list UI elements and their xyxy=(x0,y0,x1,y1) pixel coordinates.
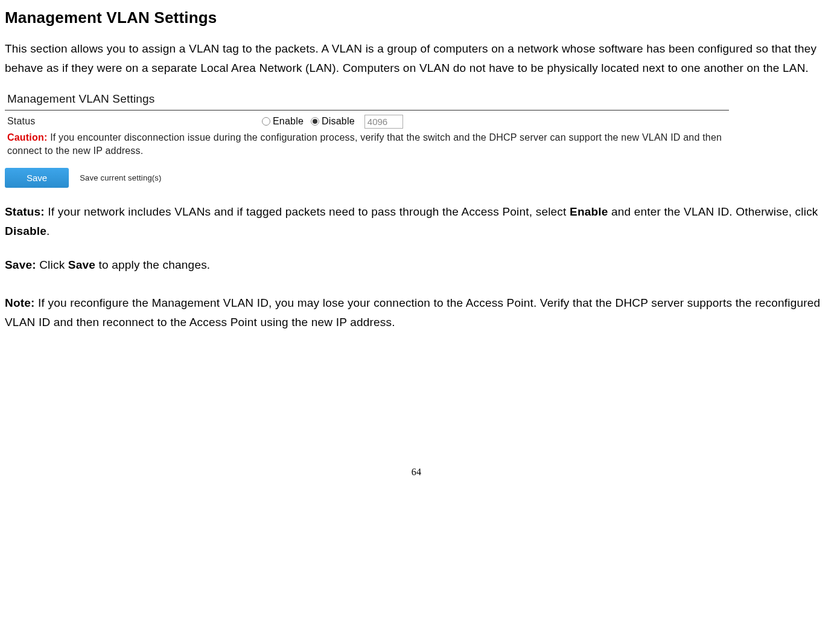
disable-radio-label: Disable xyxy=(322,114,355,129)
save-description: Save: Click Save to apply the changes. xyxy=(5,255,828,275)
disable-radio[interactable] xyxy=(311,117,319,126)
save-desc-label: Save: xyxy=(5,258,36,271)
save-button[interactable]: Save xyxy=(5,168,69,188)
status-desc-label: Status: xyxy=(5,205,45,218)
caution-body: If you encounter disconnection issue dur… xyxy=(7,132,722,156)
vlan-id-input[interactable] xyxy=(364,115,403,129)
note-text: If you reconfigure the Management VLAN I… xyxy=(5,296,820,328)
save-desc-word: Save xyxy=(68,258,95,271)
enable-radio[interactable] xyxy=(262,117,270,126)
save-desc-text-2: to apply the changes. xyxy=(95,258,210,271)
panel-title: Management VLAN Settings xyxy=(5,91,729,108)
caution-label: Caution: xyxy=(7,132,47,142)
panel-divider xyxy=(5,110,729,110)
page-number: 64 xyxy=(5,465,828,479)
save-note: Save current setting(s) xyxy=(80,172,161,184)
page-title: Management VLAN Settings xyxy=(5,6,828,30)
status-desc-disable: Disable xyxy=(5,225,46,237)
intro-paragraph: This section allows you to assign a VLAN… xyxy=(5,39,828,78)
note-description: Note: If you reconfigure the Management … xyxy=(5,293,828,333)
status-desc-enable: Enable xyxy=(570,205,608,218)
status-radio-group: Enable Disable xyxy=(262,114,403,129)
save-row: Save Save current setting(s) xyxy=(5,168,729,188)
save-desc-text-1: Click xyxy=(36,258,68,271)
note-label: Note: xyxy=(5,296,35,309)
caution-text: Caution: If you encounter disconnection … xyxy=(5,131,729,158)
status-row: Status Enable Disable xyxy=(5,114,729,129)
status-desc-text-1: If your network includes VLANs and if ta… xyxy=(45,205,570,218)
status-description: Status: If your network includes VLANs a… xyxy=(5,202,828,242)
enable-radio-label: Enable xyxy=(273,114,304,129)
status-desc-text-3: . xyxy=(46,225,49,237)
status-label: Status xyxy=(7,114,262,129)
settings-panel-screenshot: Management VLAN Settings Status Enable D… xyxy=(5,91,729,188)
status-desc-text-2: and enter the VLAN ID. Otherwise, click xyxy=(608,205,818,218)
